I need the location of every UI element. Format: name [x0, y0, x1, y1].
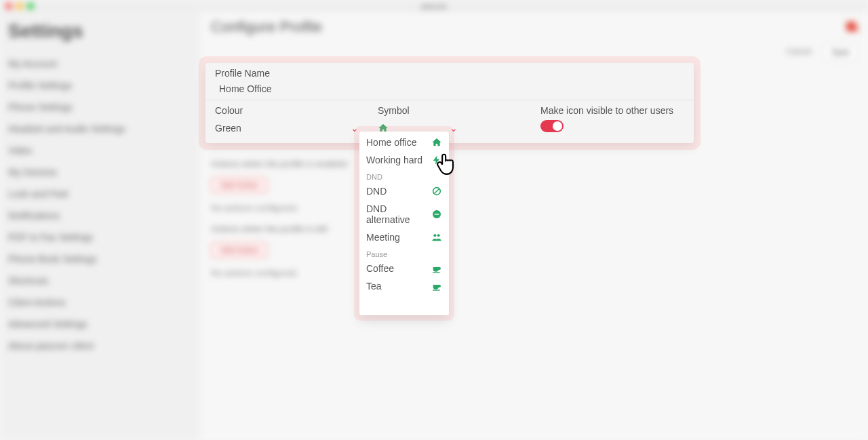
sidebar-item: My Account [8, 53, 192, 75]
symbol-option-dnd[interactable]: DND [359, 182, 449, 200]
colour-select[interactable]: Green ⌄ [215, 120, 359, 136]
visibility-field: Make icon visible to other users [531, 100, 694, 143]
option-label: DND alternative [366, 203, 431, 225]
traffic-light-minimize-icon [16, 3, 23, 9]
colour-label: Colour [215, 105, 359, 116]
symbol-option-meeting[interactable]: Meeting [359, 228, 449, 246]
close-icon [846, 22, 856, 31]
window-titlebar: pascom [0, 0, 868, 12]
symbol-option-tea[interactable]: Tea [359, 277, 449, 295]
svg-line-1 [434, 188, 439, 194]
profile-name-label: Profile Name [215, 68, 270, 79]
settings-sidebar: Settings My Account Profile Settings Pho… [0, 12, 200, 440]
option-label: Tea [366, 281, 382, 292]
dropdown-group-label: Pause [359, 246, 449, 260]
chevron-down-icon: ⌄ [450, 123, 458, 134]
visibility-label: Make icon visible to other users [540, 105, 684, 116]
dnd-icon [431, 186, 442, 197]
chevron-down-icon: ⌄ [351, 123, 359, 134]
sidebar-title: Settings [8, 20, 192, 42]
close-icon: ✕ [850, 24, 860, 34]
sidebar-item: My Devices [8, 161, 192, 183]
colour-field: Colour Green ⌄ [205, 100, 368, 143]
profile-name-input[interactable] [215, 79, 684, 100]
option-label: Meeting [366, 232, 400, 243]
section-label: Actions when the profile is enabled [211, 159, 857, 169]
add-action-button: Add Action [211, 177, 267, 193]
traffic-light-close-icon [5, 3, 12, 9]
minus-circle-icon [431, 209, 442, 220]
add-action-button: Add Action [211, 242, 267, 258]
visibility-toggle[interactable] [540, 120, 564, 132]
people-icon [431, 232, 442, 243]
sidebar-item: About pascom client [8, 335, 192, 357]
section-label: Actions when the profile is left [211, 224, 857, 234]
sidebar-item: Phone Book Settings [8, 248, 192, 270]
cup-icon [431, 263, 442, 274]
profile-panel: Profile Name Colour Green ⌄ Symbol ⌄ Mak… [205, 63, 694, 143]
page-title: Configure Profile [211, 18, 857, 36]
sidebar-item: Look and Feel [8, 183, 192, 205]
option-label: Home office [366, 137, 416, 148]
sidebar-item: PDF to Fax Settings [8, 226, 192, 248]
sidebar-item: Profile Settings [8, 75, 192, 96]
sidebar-item: Headset and Audio Settings [8, 118, 192, 140]
home-icon [431, 137, 442, 148]
no-actions-text: No actions configured. [211, 268, 857, 278]
sidebar-item: Advanced Settings [8, 313, 192, 335]
symbol-option-dnd-alt[interactable]: DND alternative [359, 200, 449, 228]
save-button: Save [824, 44, 857, 60]
cup-icon [431, 281, 442, 292]
traffic-light-zoom-icon [27, 3, 34, 9]
sidebar-item: Shortcuts [8, 270, 192, 292]
pointer-cursor-icon [433, 150, 460, 177]
svg-rect-6 [433, 272, 440, 273]
symbol-option-home-office[interactable]: Home office [359, 134, 449, 151]
option-label: DND [366, 186, 387, 197]
colour-value: Green [215, 123, 241, 134]
option-label: Working hard [366, 155, 422, 165]
symbol-label: Symbol [378, 105, 521, 116]
symbol-option-coffee[interactable]: Coffee [359, 260, 449, 277]
svg-rect-7 [433, 289, 440, 290]
svg-point-5 [437, 234, 440, 237]
sidebar-item: Notifications [8, 205, 192, 226]
window-title: pascom [421, 3, 447, 10]
svg-point-4 [433, 234, 436, 237]
no-actions-text: No actions configured. [211, 203, 857, 213]
sidebar-item: Client Actions [8, 292, 192, 313]
cancel-button: Cancel [779, 44, 818, 60]
sidebar-item: Video [8, 140, 192, 161]
sidebar-item: Phone Settings [8, 96, 192, 118]
option-label: Coffee [366, 263, 394, 274]
svg-rect-3 [435, 214, 439, 214]
